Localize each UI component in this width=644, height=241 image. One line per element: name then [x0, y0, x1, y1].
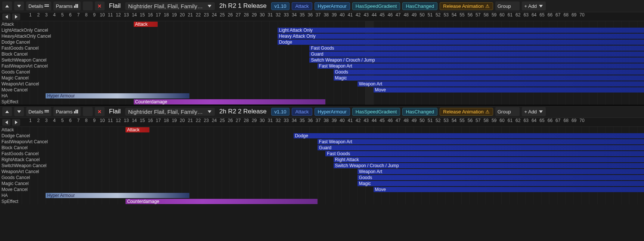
timeline-bar[interactable]: Right Attack — [334, 157, 644, 162]
tag-0[interactable]: Attack — [292, 108, 312, 116]
tag-1[interactable]: HyperArmour — [315, 2, 350, 10]
ruler[interactable]: 1234567891011121314151617181920212223242… — [22, 118, 644, 127]
timeline-bar[interactable]: Goods — [357, 175, 644, 180]
next-button[interactable] — [12, 119, 20, 126]
tick-14: 14 — [132, 118, 137, 127]
prev-button[interactable] — [2, 13, 10, 20]
move-down-button[interactable] — [14, 1, 24, 10]
bar-label: Guard — [319, 145, 331, 150]
weapon-name: Flail — [107, 1, 123, 10]
tick-2: 2 — [37, 118, 40, 127]
move-up-button[interactable] — [2, 1, 12, 10]
timeline-bar[interactable]: Magic — [357, 181, 644, 186]
close-button[interactable]: ✕ — [95, 107, 105, 116]
tag-0[interactable]: Attack — [292, 2, 312, 10]
tick-27: 27 — [236, 12, 241, 21]
weapon-select-label: Nightrider Flail, Flail, Family Hea... — [128, 109, 204, 115]
tick-69: 69 — [572, 12, 576, 21]
timeline-bar[interactable]: Weapon Art — [357, 169, 644, 174]
timeline-bar[interactable]: Fast Weapon Art — [318, 63, 644, 69]
timeline-bar[interactable]: Attack — [134, 22, 158, 27]
track-row: SpEffect Counterdamage — [0, 99, 644, 105]
ruler[interactable]: 1234567891011121314151617181920212223242… — [22, 12, 644, 21]
tick-47: 47 — [396, 12, 400, 21]
bar-label: Move — [375, 187, 386, 192]
tick-59: 59 — [492, 118, 496, 127]
track-row: Dodge Cancel Dodge — [0, 39, 644, 45]
timeline-bar[interactable]: Fast Goods — [309, 46, 644, 51]
tick-7: 7 — [77, 12, 80, 21]
add-button[interactable]: + Add — [522, 1, 545, 10]
track-row: WeaponArt Cancel Weapon Art — [0, 81, 644, 87]
details-button[interactable]: Details — [26, 107, 51, 116]
move-down-button[interactable] — [14, 107, 24, 116]
bar-label: Hyper Armour — [47, 93, 75, 98]
next-button[interactable] — [12, 13, 20, 20]
timeline-bar[interactable]: Dodge — [278, 40, 644, 45]
weapon-select[interactable]: Nightrider Flail, Flail, Family Hea... — [125, 108, 215, 116]
group-button[interactable]: Group — [495, 107, 520, 116]
tick-27: 27 — [236, 118, 241, 127]
timeline-grid[interactable]: Attack Attack LightAttackOnly Cancel Lig… — [0, 21, 644, 105]
timeline-bar[interactable]: Magic — [334, 75, 644, 81]
track-row: FastWeaponArt Cancel Fast Weapon Art — [0, 139, 644, 145]
track-label: Block Cancel — [1, 145, 28, 151]
tick-63: 63 — [524, 12, 529, 21]
timeline-bar[interactable]: Move — [374, 187, 644, 192]
prev-button[interactable] — [2, 119, 10, 126]
timeline-grid[interactable]: Attack Attack Dodge Cancel Dodge FastWea… — [0, 127, 644, 204]
collapse-button[interactable] — [83, 1, 93, 10]
tick-66: 66 — [548, 12, 552, 21]
tag-1[interactable]: HyperArmour — [315, 108, 350, 116]
chevron-right-icon — [13, 14, 19, 19]
timeline-bar[interactable]: Attack — [126, 127, 149, 132]
timeline-bar[interactable]: Move — [374, 87, 644, 93]
tick-67: 67 — [555, 12, 560, 21]
tick-37: 37 — [316, 118, 321, 127]
release-animation-tag[interactable]: Release Animation⚠ — [440, 108, 493, 116]
weapon-select[interactable]: Nightrider Flail, Flail, Family Hea... — [125, 2, 215, 10]
timeline-bar[interactable]: Guard — [309, 51, 644, 57]
timeline-bar[interactable]: Switch Weapon / Crouch / Jump — [309, 57, 644, 63]
tick-18: 18 — [164, 118, 169, 127]
toolbar: Details Params ✕ Flail Nightrider Flail,… — [0, 0, 644, 12]
timeline-bar[interactable]: Switch Weapon / Crouch / Jump — [334, 163, 644, 168]
tick-22: 22 — [196, 118, 201, 127]
bar-label: Magic — [359, 181, 371, 186]
tick-68: 68 — [564, 118, 569, 127]
track-row: Block Cancel Guard — [0, 145, 644, 151]
timeline-bar[interactable]: Hyper Armour — [46, 93, 189, 98]
timeline-bar[interactable]: Hyper Armour — [46, 193, 189, 198]
tag-3[interactable]: HasChanged — [402, 108, 437, 116]
params-label: Params — [56, 109, 72, 115]
ruler-row: 1234567891011121314151617181920212223242… — [0, 118, 644, 127]
timeline-bar[interactable]: Fast Weapon Art — [318, 139, 644, 144]
release-label: Release Animation — [443, 3, 483, 9]
tag-3[interactable]: HasChanged — [402, 2, 437, 10]
collapse-button[interactable] — [83, 107, 93, 116]
release-animation-tag[interactable]: Release Animation⚠ — [440, 2, 493, 10]
timeline-bar[interactable]: Goods — [334, 69, 644, 75]
timeline-bar[interactable]: Light Attack Only — [278, 28, 644, 33]
params-button[interactable]: Params — [53, 1, 80, 10]
close-button[interactable]: ✕ — [95, 1, 105, 10]
timeline-bar[interactable]: Dodge — [294, 133, 644, 138]
add-button[interactable]: + Add — [522, 107, 545, 116]
params-button[interactable]: Params — [53, 107, 80, 116]
chevron-left-icon — [4, 120, 9, 125]
timeline-bar[interactable]: Guard — [318, 145, 644, 150]
group-button[interactable]: Group — [495, 1, 520, 10]
tick-21: 21 — [188, 118, 193, 127]
timeline-bar[interactable]: Fast Goods — [325, 151, 644, 156]
tag-2[interactable]: HasSpeedGradient — [352, 108, 400, 116]
timeline-bar[interactable]: Heavy Attack Only — [278, 34, 644, 39]
timeline-bar[interactable]: Counterdamage — [126, 199, 318, 204]
move-up-button[interactable] — [2, 107, 12, 116]
timeline-bar[interactable]: Weapon Art — [357, 81, 644, 87]
timeline-bar[interactable]: Counterdamage — [134, 99, 326, 104]
tick-53: 53 — [444, 118, 449, 127]
tick-36: 36 — [308, 118, 313, 127]
tick-23: 23 — [204, 118, 209, 127]
details-button[interactable]: Details — [26, 1, 51, 10]
tag-2[interactable]: HasSpeedGradient — [352, 2, 400, 10]
